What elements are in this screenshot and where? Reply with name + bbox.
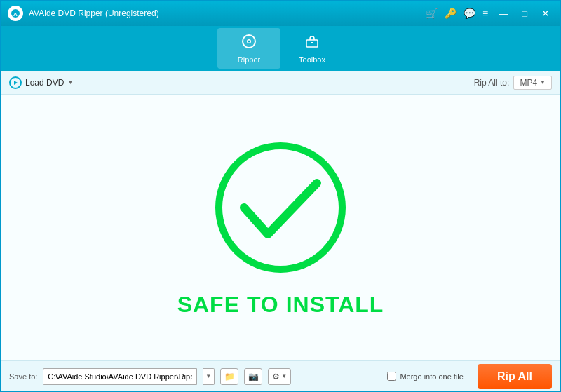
tab-toolbox[interactable]: Toolbox xyxy=(280,28,344,69)
rip-all-button[interactable]: Rip All xyxy=(478,364,552,389)
title-bar-controls: 🛒 🔑 💬 ≡ — □ ✕ xyxy=(426,6,553,20)
cart-icon[interactable]: 🛒 xyxy=(426,8,438,19)
ripper-icon xyxy=(241,34,257,53)
maximize-button[interactable]: □ xyxy=(518,7,531,20)
toolbox-tab-label: Toolbox xyxy=(299,55,325,64)
svg-point-4 xyxy=(248,40,250,42)
tab-ripper[interactable]: Ripper xyxy=(217,28,280,69)
safe-to-install-text: SAFE TO INSTALL xyxy=(177,292,384,318)
main-content: SAFE TO INSTALL xyxy=(1,95,560,360)
app-logo: A xyxy=(8,6,23,21)
title-bar: A AVAide DVD Ripper (Unregistered) 🛒 🔑 💬… xyxy=(1,1,560,26)
save-to-label: Save to: xyxy=(9,372,37,381)
merge-checkbox[interactable] xyxy=(387,372,396,381)
app-title: AVAide DVD Ripper (Unregistered) xyxy=(29,8,426,18)
save-path-input[interactable] xyxy=(43,368,197,385)
merge-label[interactable]: Merge into one file xyxy=(400,372,464,381)
svg-text:A: A xyxy=(13,11,18,18)
rip-all-to-label: Rip All to: xyxy=(474,78,510,88)
load-dvd-label: Load DVD xyxy=(25,78,64,88)
settings-button[interactable]: ⚙ ▼ xyxy=(268,368,291,385)
save-path-dropdown-button[interactable]: ▼ xyxy=(203,368,215,385)
settings-chevron-icon: ▼ xyxy=(281,373,287,379)
folder-browse-button[interactable]: 📁 xyxy=(220,368,238,385)
screenshot-icon: 📷 xyxy=(248,372,259,381)
svg-point-8 xyxy=(219,146,342,269)
folder-icon: 📁 xyxy=(224,372,235,381)
format-selector[interactable]: MP4 ▼ xyxy=(513,76,552,90)
gear-icon: ⚙ xyxy=(272,372,280,381)
load-dvd-chevron-icon: ▼ xyxy=(67,79,73,86)
bottom-bar: Save to: ▼ 📁 📷 ⚙ ▼ Merge into one file R… xyxy=(1,360,560,391)
save-path-chevron-icon: ▼ xyxy=(205,373,211,379)
svg-rect-6 xyxy=(311,42,313,43)
ripper-tab-label: Ripper xyxy=(238,55,260,64)
message-icon[interactable]: 💬 xyxy=(464,8,475,19)
close-button[interactable]: ✕ xyxy=(538,6,553,20)
minimize-button[interactable]: — xyxy=(495,7,511,20)
format-value: MP4 xyxy=(520,78,537,88)
toolbox-icon xyxy=(304,34,320,53)
safe-checkmark-icon xyxy=(210,137,351,278)
key-icon[interactable]: 🔑 xyxy=(445,8,457,19)
svg-marker-7 xyxy=(14,81,18,85)
rip-all-to-area: Rip All to: MP4 ▼ xyxy=(474,76,552,90)
load-dvd-button[interactable]: Load DVD ▼ xyxy=(9,76,73,89)
nav-bar: Ripper Toolbox xyxy=(1,26,560,71)
menu-icon[interactable]: ≡ xyxy=(482,8,488,19)
format-chevron-icon: ▼ xyxy=(540,79,546,86)
load-dvd-circle-icon xyxy=(9,76,22,89)
screenshot-button[interactable]: 📷 xyxy=(244,368,262,385)
app-window: A AVAide DVD Ripper (Unregistered) 🛒 🔑 💬… xyxy=(0,0,561,392)
merge-checkbox-area: Merge into one file xyxy=(387,372,464,381)
action-bar: Load DVD ▼ Rip All to: MP4 ▼ xyxy=(1,71,560,95)
